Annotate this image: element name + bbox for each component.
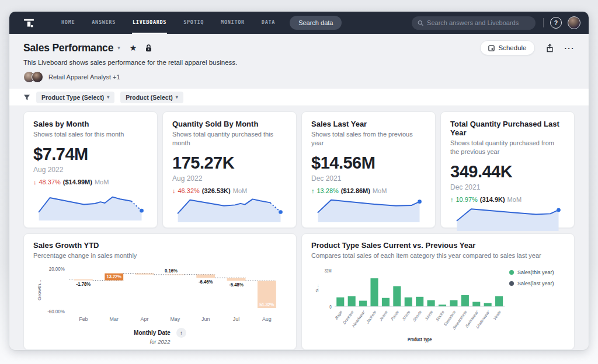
nav-item-liveboards[interactable]: LIVEBOARDS — [132, 12, 167, 34]
schedule-button[interactable]: Schedule — [480, 40, 535, 55]
delta-value: ($14.99M) — [63, 178, 92, 186]
delta-suffix: MoM — [95, 178, 109, 186]
legend-dot-icon — [509, 281, 514, 286]
kpi-card-sales-last-year[interactable]: Sales Last Year Shows total sales from t… — [301, 111, 436, 228]
thoughtspot-logo[interactable] — [9, 17, 48, 29]
svg-text:Aug: Aug — [262, 315, 272, 322]
waterfall-chart[interactable]: 20.00%-60.00%Growth...-1.78%Feb13.22%Mar… — [33, 264, 287, 328]
chart-card-product-type-sales[interactable]: Product Type Sales Current vs. Previous … — [301, 233, 575, 350]
svg-text:Pants: Pants — [390, 309, 399, 322]
svg-text:20.00%: 20.00% — [49, 266, 65, 272]
kpi-title: Quantity Sold By Month — [172, 120, 287, 128]
nav-divider — [543, 18, 544, 27]
favorite-star-icon[interactable]: ★ — [130, 44, 137, 52]
liveboard-description: This Liveboard shows sales performance f… — [23, 59, 575, 66]
kpi-row: Sales by Month Shows total sales for thi… — [23, 111, 575, 228]
nav-item-home[interactable]: HOME — [61, 12, 75, 34]
delta-value: (314.9K) — [480, 196, 505, 203]
svg-text:Jul: Jul — [233, 315, 239, 322]
kpi-sparkline — [33, 192, 148, 222]
kpi-title: Sales Last Year — [311, 120, 426, 128]
authors-row: Retail Apparel Analyst +1 — [23, 71, 575, 89]
kpi-value: 349.44K — [450, 162, 565, 181]
svg-text:-60.00%: -60.00% — [47, 308, 65, 314]
chart-title: Sales Growth YTD — [33, 241, 287, 250]
delta-value: ($12.86M) — [341, 187, 370, 194]
delta-percent: 13.28% — [317, 187, 339, 194]
schedule-label: Schedule — [499, 44, 527, 51]
svg-text:Headwear: Headwear — [352, 309, 366, 329]
delta-suffix: MoM — [373, 187, 387, 194]
nav-item-spotiq[interactable]: SPOTIQ — [183, 12, 204, 34]
drill-up-button[interactable]: ↑ — [176, 328, 186, 338]
authors-label: Retail Apparel Analyst +1 — [48, 74, 120, 80]
legend-label: Sales(last year) — [517, 281, 554, 286]
more-options-button[interactable]: ··· — [565, 44, 575, 52]
search-input[interactable] — [427, 19, 530, 26]
delta-suffix: MoM — [233, 187, 247, 194]
liveboard-content: Sales by Month Shows total sales for thi… — [9, 106, 589, 350]
svg-text:Jackets: Jackets — [366, 309, 377, 325]
help-button[interactable]: ? — [550, 17, 562, 29]
svg-text:Socks: Socks — [435, 309, 444, 323]
delta-percent: 10.97% — [456, 196, 478, 203]
svg-text:Skirts: Skirts — [425, 309, 434, 322]
filter-chip-label: Product Type (Select) — [41, 94, 104, 101]
app-window: HOME ANSWERS LIVEBOARDS SPOTIQ MONITOR D… — [9, 12, 589, 350]
kpi-value: $7.74M — [33, 145, 148, 164]
search-data-button[interactable]: Search data — [290, 16, 342, 30]
filter-chip-product-type[interactable]: Product Type (Select) ▾ — [36, 92, 114, 103]
charts-row: Sales Growth YTD Percentage change in sa… — [23, 233, 575, 350]
kpi-subtitle: Shows total sales for this month — [33, 130, 148, 139]
delta-value: (326.53K) — [202, 187, 231, 194]
svg-text:Mar: Mar — [110, 315, 119, 322]
delta-percent: 46.32% — [178, 187, 200, 194]
svg-text:S...: S... — [315, 284, 319, 292]
filter-chip-product[interactable]: Product (Select) ▾ — [120, 92, 183, 103]
kpi-sparkline — [172, 194, 287, 223]
svg-text:-1.78%: -1.78% — [77, 281, 91, 286]
legend-item-this-year[interactable]: Sales(this year) — [509, 270, 565, 275]
nav-item-monitor[interactable]: MONITOR — [220, 12, 245, 34]
trend-up-icon: ↑ — [450, 196, 454, 203]
chart-card-sales-growth-ytd[interactable]: Sales Growth YTD Percentage change in sa… — [23, 233, 297, 350]
kpi-subtitle: Shows total quantity purchased this mont… — [172, 130, 287, 148]
search-icon — [418, 20, 423, 26]
nav-menu: HOME ANSWERS LIVEBOARDS SPOTIQ MONITOR D… — [61, 12, 276, 34]
kpi-value: 175.27K — [172, 153, 287, 173]
user-avatar[interactable] — [568, 16, 580, 29]
bar-chart[interactable]: 32M0S...BagsDressesHeadwearJacketsJeansP… — [311, 262, 509, 345]
page-title: Sales Performance — [23, 42, 113, 54]
kpi-card-total-quantity-last-year[interactable]: Total Quantity Purchased Last Year Shows… — [440, 111, 575, 228]
kpi-delta: ↓ 46.32% (326.53K) MoM — [172, 187, 287, 194]
delta-percent: 48.37% — [39, 178, 61, 186]
nav-item-answers[interactable]: ANSWERS — [91, 12, 116, 34]
author-avatar-2[interactable] — [32, 71, 43, 83]
svg-text:32M: 32M — [325, 268, 332, 274]
legend-item-last-year[interactable]: Sales(last year) — [509, 281, 565, 286]
svg-text:May: May — [170, 315, 180, 322]
kpi-card-quantity-sold[interactable]: Quantity Sold By Month Shows total quant… — [162, 111, 297, 228]
kpi-sparkline — [450, 203, 565, 232]
kpi-delta: ↓ 48.37% ($14.99M) MoM — [33, 178, 148, 186]
kpi-card-sales-by-month[interactable]: Sales by Month Shows total sales for thi… — [23, 111, 158, 228]
svg-text:Bags: Bags — [335, 309, 343, 321]
svg-text:0.16%: 0.16% — [165, 268, 178, 273]
chevron-down-icon: ▾ — [176, 94, 178, 100]
kpi-title: Total Quantity Purchased Last Year — [450, 120, 565, 137]
filter-funnel-icon — [23, 94, 30, 101]
x-axis-title: Monthly Date — [134, 330, 171, 336]
global-search[interactable] — [412, 16, 536, 30]
kpi-subtitle: Shows total sales from the previous year — [311, 130, 426, 148]
chart-subtitle: Percentage change in sales monthly — [33, 251, 287, 260]
kpi-value: $14.56M — [311, 153, 426, 173]
title-dropdown-caret-icon[interactable]: ▾ — [117, 45, 120, 51]
svg-text:Growth...: Growth... — [36, 279, 41, 300]
nav-item-data[interactable]: DATA — [261, 12, 276, 34]
share-button[interactable] — [546, 44, 554, 52]
waterfall-footer: Monthly Date ↑ for 2022 — [33, 328, 287, 345]
trend-down-icon: ↓ — [172, 187, 176, 194]
top-navbar: HOME ANSWERS LIVEBOARDS SPOTIQ MONITOR D… — [9, 12, 589, 34]
filter-chip-label: Product (Select) — [126, 94, 173, 101]
kpi-period: Dec 2021 — [450, 183, 565, 191]
